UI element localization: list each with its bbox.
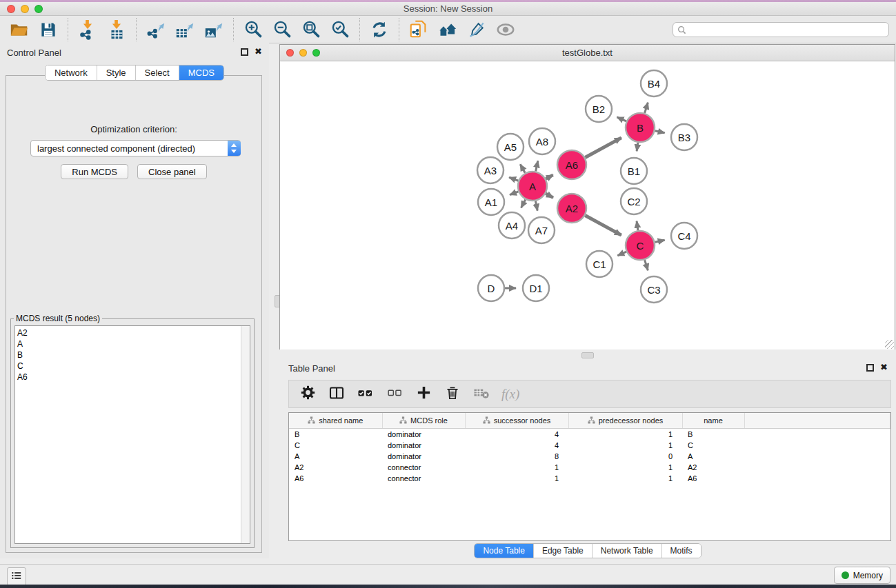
- table-cell[interactable]: connector: [382, 462, 465, 473]
- tab-style[interactable]: Style: [97, 65, 135, 80]
- run-mcds-button[interactable]: Run MCDS: [61, 164, 128, 179]
- tab-edge-table[interactable]: Edge Table: [533, 544, 592, 558]
- horizontal-splitter-handle[interactable]: [581, 352, 594, 358]
- edge-C-C2[interactable]: [637, 221, 638, 230]
- settings-gear-button[interactable]: [299, 385, 317, 403]
- close-panel-icon[interactable]: ✖: [255, 47, 262, 57]
- edge-B-B3[interactable]: [655, 131, 664, 133]
- edge-A2-C[interactable]: [585, 216, 621, 236]
- graph-node-C[interactable]: C: [626, 231, 655, 260]
- edge-B-B2[interactable]: [617, 117, 626, 121]
- edge-C-C4[interactable]: [655, 240, 664, 242]
- graph-node-A6[interactable]: A6: [557, 150, 586, 179]
- edge-A-A3[interactable]: [509, 177, 518, 181]
- export-image-button[interactable]: [202, 18, 226, 41]
- graph-node-A8[interactable]: A8: [529, 128, 555, 154]
- tab-network-table[interactable]: Network Table: [592, 544, 661, 558]
- table-cell[interactable]: A: [289, 451, 382, 462]
- graph-node-A5[interactable]: A5: [497, 134, 524, 160]
- graph-node-C3[interactable]: C3: [641, 276, 667, 303]
- edge-C-C1[interactable]: [617, 252, 626, 256]
- close-panel-icon[interactable]: ✖: [880, 363, 888, 372]
- graph-node-B3[interactable]: B3: [671, 124, 697, 150]
- table-cell[interactable]: dominator: [382, 440, 465, 451]
- import-table-button[interactable]: [105, 18, 128, 41]
- edge-B-B4[interactable]: [645, 103, 648, 113]
- export-network-button[interactable]: [144, 18, 168, 41]
- column-header-successor-nodes[interactable]: successor nodes: [465, 413, 568, 429]
- graph-node-A3[interactable]: A3: [477, 157, 504, 183]
- select-all-button[interactable]: [357, 385, 375, 403]
- graph-node-C1[interactable]: C1: [586, 251, 613, 277]
- network-graph[interactable]: B4B2BB3A8A5A6A3B1AC2A1A2A4A7C4CC1DD1C3: [280, 61, 895, 349]
- zoom-selected-button[interactable]: [328, 18, 352, 41]
- table-cell[interactable]: connector: [382, 473, 465, 484]
- graph-node-D1[interactable]: D1: [523, 275, 549, 301]
- table-cell[interactable]: A2: [682, 462, 744, 473]
- table-cell[interactable]: B: [682, 429, 744, 440]
- graph-node-A7[interactable]: A7: [528, 217, 555, 243]
- table-cell[interactable]: 1: [568, 440, 682, 451]
- window-resize-grip-icon[interactable]: [885, 340, 894, 349]
- tab-node-table[interactable]: Node Table: [475, 544, 533, 558]
- graph-node-B2[interactable]: B2: [586, 96, 612, 122]
- table-cell[interactable]: A6: [682, 473, 744, 484]
- mcds-result-item[interactable]: A6: [17, 372, 250, 383]
- mcds-result-item[interactable]: C: [17, 361, 250, 372]
- table-cell[interactable]: B: [289, 429, 382, 440]
- column-header-predecessor-nodes[interactable]: predecessor nodes: [568, 413, 682, 429]
- graph-node-D[interactable]: D: [478, 275, 504, 301]
- show-panels-button[interactable]: [7, 567, 26, 586]
- column-header-name[interactable]: name: [682, 413, 744, 429]
- table-cell[interactable]: 1: [568, 462, 682, 473]
- tab-select[interactable]: Select: [135, 65, 179, 80]
- table-cell[interactable]: dominator: [382, 451, 465, 462]
- search-input[interactable]: [673, 22, 889, 37]
- listbox-scrollbar[interactable]: [241, 326, 250, 543]
- table-cell[interactable]: C: [682, 440, 744, 451]
- zoom-fit-button[interactable]: [299, 18, 323, 41]
- table-cell[interactable]: 1: [568, 473, 682, 484]
- graph-node-A4[interactable]: A4: [499, 212, 525, 239]
- graph-node-C4[interactable]: C4: [671, 223, 697, 249]
- deselect-all-button[interactable]: [386, 385, 404, 403]
- table-row-A6[interactable]: A6connector11A6: [289, 473, 890, 484]
- edge-B-B1[interactable]: [637, 143, 638, 152]
- mcds-result-item[interactable]: A2: [17, 327, 250, 338]
- edge-A-A7[interactable]: [535, 201, 537, 211]
- edge-A6-B[interactable]: [585, 138, 621, 158]
- import-network-button[interactable]: [76, 18, 99, 41]
- tab-motifs[interactable]: Motifs: [661, 544, 701, 558]
- graphics-details-button[interactable]: [465, 18, 488, 41]
- mcds-result-item[interactable]: B: [17, 349, 250, 361]
- table-cell[interactable]: 1: [465, 462, 568, 473]
- show-hide-button[interactable]: [494, 18, 517, 41]
- split-view-button[interactable]: [328, 385, 346, 403]
- mcds-result-item[interactable]: A: [17, 338, 250, 349]
- table-cell[interactable]: 1: [568, 429, 682, 440]
- table-row-B[interactable]: Bdominator41B: [289, 429, 890, 440]
- column-header-shared-name[interactable]: shared name: [289, 413, 382, 429]
- edge-A-A8[interactable]: [536, 161, 538, 171]
- table-row-C[interactable]: Cdominator41C: [289, 440, 890, 451]
- optimization-criterion-select[interactable]: largest connected component (directed): [30, 140, 241, 156]
- tab-mcds[interactable]: MCDS: [179, 65, 223, 80]
- table-row-A[interactable]: Adominator80A: [289, 451, 890, 462]
- zoom-out-button[interactable]: [270, 18, 294, 41]
- table-cell[interactable]: 8: [465, 451, 568, 462]
- table-cell[interactable]: 1: [465, 473, 568, 484]
- graph-node-A[interactable]: A: [518, 172, 547, 201]
- network-overview-button[interactable]: [436, 18, 459, 41]
- table-cell[interactable]: 4: [465, 429, 568, 440]
- export-table-button[interactable]: [173, 18, 197, 41]
- clone-network-button[interactable]: [407, 18, 430, 41]
- edge-A-A6[interactable]: [546, 175, 552, 179]
- float-panel-icon[interactable]: [241, 48, 248, 56]
- graph-node-B1[interactable]: B1: [621, 158, 647, 184]
- graph-node-A2[interactable]: A2: [557, 194, 586, 223]
- edge-A-A5[interactable]: [520, 164, 525, 173]
- open-session-button[interactable]: [8, 18, 31, 41]
- apply-layout-button[interactable]: [368, 18, 391, 41]
- zoom-in-button[interactable]: [241, 18, 265, 41]
- float-panel-icon[interactable]: [866, 364, 874, 372]
